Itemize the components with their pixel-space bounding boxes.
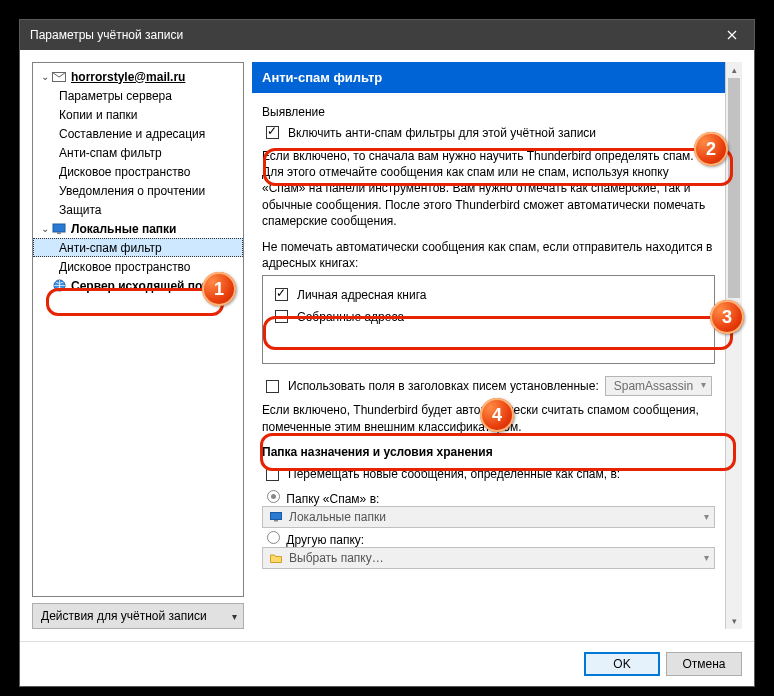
enable-antispam-label: Включить анти-спам фильтры для этой учёт… (288, 126, 596, 140)
move-row[interactable]: Перемещать новые сообщения, определённые… (262, 465, 715, 484)
right-pane: Анти-спам фильтр Выявление Включить анти… (252, 62, 742, 629)
junk-folder-select[interactable]: Локальные папки (262, 506, 715, 528)
panel-body: Выявление Включить анти-спам фильтры для… (252, 93, 725, 577)
account-actions-label: Действия для учётной записи (41, 609, 207, 623)
headers-label: Использовать поля в заголовках писем уст… (288, 379, 599, 393)
tree-item[interactable]: Анти-спам фильтр (33, 143, 243, 162)
ab-collected-checkbox[interactable] (275, 310, 288, 323)
svg-rect-5 (274, 520, 278, 522)
tree-account-root[interactable]: ⌄ horrorstyle@mail.ru (33, 67, 243, 86)
headers-row[interactable]: Использовать поля в заголовках писем уст… (262, 376, 715, 396)
chevron-down-icon: ▾ (232, 611, 237, 622)
local-folders-label: Локальные папки (71, 222, 177, 236)
tree-item[interactable]: Параметры сервера (33, 86, 243, 105)
move-checkbox[interactable] (266, 468, 279, 481)
dialog-content: ⌄ horrorstyle@mail.ru Параметры сервера … (20, 50, 754, 641)
titlebar: Параметры учётной записи (20, 20, 754, 50)
outgoing-label: Сервер исходящей поч… (71, 279, 221, 293)
close-button[interactable] (710, 20, 754, 50)
radio-junk-label: Папку «Спам» в: (286, 492, 379, 506)
tree-item[interactable]: Копии и папки (33, 105, 243, 124)
scroll-thumb[interactable] (728, 78, 740, 298)
window-title: Параметры учётной записи (30, 28, 710, 42)
ab-personal-row[interactable]: Личная адресная книга (271, 285, 706, 304)
dest-section-title: Папка назначения и условия хранения (262, 445, 715, 459)
headers-select[interactable]: SpamAssassin (605, 376, 712, 396)
radio-other[interactable] (267, 531, 280, 544)
ab-collected-row[interactable]: Собранные адреса (271, 307, 706, 326)
settings-panel: Анти-спам фильтр Выявление Включить анти… (252, 62, 726, 629)
enable-antispam-checkbox[interactable] (266, 126, 279, 139)
dialog-footer: OK Отмена (20, 641, 754, 686)
tree-item[interactable]: Дисковое пространство (33, 257, 243, 276)
svg-rect-4 (271, 512, 282, 519)
other-folder-select[interactable]: Выбрать папку… (262, 547, 715, 569)
ab-personal-label: Личная адресная книга (297, 288, 427, 302)
tree-item-selected[interactable]: Анти-спам фильтр (33, 238, 243, 257)
close-icon (727, 30, 737, 40)
tree-item[interactable]: Защита (33, 200, 243, 219)
ab-personal-checkbox[interactable] (275, 288, 288, 301)
radio-other-row[interactable]: Другую папку: Выбрать папку… (262, 528, 715, 569)
monitor-icon (51, 222, 67, 236)
ab-collected-label: Собранные адреса (297, 310, 404, 324)
account-actions-button[interactable]: Действия для учётной записи ▾ (32, 603, 244, 629)
scroll-up-button[interactable]: ▴ (726, 62, 742, 78)
scroll-down-button[interactable]: ▾ (726, 613, 742, 629)
enable-description: Если включено, то сначала вам нужно науч… (262, 148, 715, 229)
account-tree[interactable]: ⌄ horrorstyle@mail.ru Параметры сервера … (32, 62, 244, 597)
move-label: Перемещать новые сообщения, определённые… (288, 467, 620, 481)
section-detection-title: Выявление (262, 105, 715, 119)
addressbook-description: Не помечать автоматически сообщения как … (262, 239, 715, 271)
globe-icon (51, 279, 67, 293)
ok-button[interactable]: OK (584, 652, 660, 676)
radio-other-label: Другую папку: (286, 533, 364, 547)
vertical-scrollbar[interactable]: ▴ ▾ (726, 62, 742, 629)
tree-local-folders-root[interactable]: ⌄ Локальные папки (33, 219, 243, 238)
scroll-track[interactable] (726, 78, 742, 613)
caret-down-icon: ⌄ (39, 71, 51, 82)
tree-item[interactable]: Дисковое пространство (33, 162, 243, 181)
caret-down-icon: ⌄ (39, 223, 51, 234)
svg-rect-1 (53, 224, 65, 232)
tree-item[interactable]: Составление и адресация (33, 124, 243, 143)
account-email: horrorstyle@mail.ru (71, 70, 185, 84)
enable-antispam-row[interactable]: Включить анти-спам фильтры для этой учёт… (262, 123, 715, 142)
headers-checkbox[interactable] (266, 380, 279, 393)
monitor-icon (269, 510, 283, 524)
radio-junk[interactable] (267, 490, 280, 503)
folder-icon (269, 551, 283, 565)
mail-icon (51, 70, 67, 84)
dialog-window: Параметры учётной записи ⌄ horrorstyle@m… (20, 20, 754, 686)
sidebar: ⌄ horrorstyle@mail.ru Параметры сервера … (32, 62, 244, 629)
panel-header: Анти-спам фильтр (252, 62, 725, 93)
headers-description: Если включено, Thunderbird будет автомат… (262, 402, 715, 434)
cancel-button[interactable]: Отмена (666, 652, 742, 676)
tree-outgoing-root[interactable]: Сервер исходящей поч… (33, 276, 243, 295)
svg-rect-2 (57, 232, 61, 234)
addressbook-list: Личная адресная книга Собранные адреса (262, 275, 715, 364)
tree-item[interactable]: Уведомления о прочтении (33, 181, 243, 200)
radio-junk-row[interactable]: Папку «Спам» в: Локальные папки (262, 487, 715, 528)
